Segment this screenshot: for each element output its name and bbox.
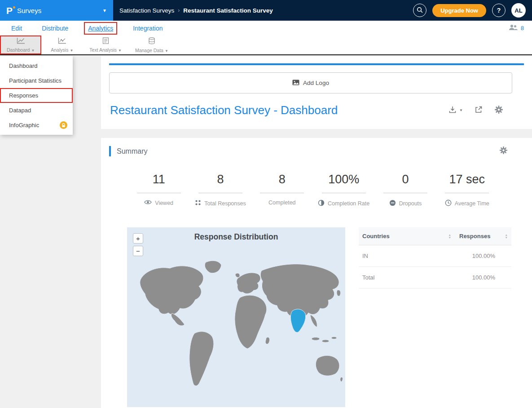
- toolbar-manage-data-menu[interactable]: Manage Data▼: [128, 35, 175, 54]
- download-button[interactable]: ▼: [448, 106, 463, 115]
- title-row: Restaurant Satisfaction Survey - Dashboa…: [109, 103, 524, 117]
- avatar[interactable]: AL: [511, 3, 526, 18]
- product-switcher[interactable]: P Surveys ▼: [0, 0, 113, 21]
- stat-viewed: 11 Viewed: [128, 173, 189, 208]
- summary-settings-button[interactable]: [499, 146, 524, 156]
- stat-label-row: Average Time: [436, 200, 498, 208]
- search-button[interactable]: [413, 4, 426, 17]
- map-title: Response Distribution: [127, 227, 345, 242]
- stat-dropouts: 0 Dropouts: [374, 173, 436, 208]
- gear-icon: [499, 148, 508, 156]
- breadcrumb-separator-icon: ›: [178, 7, 180, 13]
- database-icon: [148, 37, 155, 46]
- download-icon: [448, 106, 457, 115]
- distribution-row: Response Distribution + −: [127, 227, 524, 407]
- countries-column-header[interactable]: Countries ▲▼: [362, 233, 459, 239]
- stat-value: 11: [137, 173, 181, 193]
- collaborators-icon: [509, 24, 518, 32]
- settings-button[interactable]: [494, 105, 503, 116]
- responses-cell: 100.00%: [472, 274, 495, 281]
- toolbar-analysis-label: Analysis▼: [51, 47, 73, 53]
- toolbar-dashboard-label: Dashboard▼: [7, 47, 35, 53]
- topbar-actions: Upgrade Now ? AL: [413, 3, 532, 18]
- gear-icon: [494, 105, 503, 116]
- summary-card: Summary 11 Viewed 8: [101, 138, 532, 408]
- minus-circle-icon: [389, 200, 396, 208]
- tab-analytics[interactable]: Analytics: [84, 22, 117, 35]
- stat-value: 8: [198, 173, 242, 193]
- image-icon: [292, 80, 299, 87]
- sort-icon[interactable]: ▲▼: [505, 234, 508, 239]
- toolbar-text-analysis-menu[interactable]: Text Analysis▼: [83, 35, 128, 54]
- line-chart-icon: [17, 37, 25, 46]
- stat-value: 8: [260, 173, 304, 193]
- toolbar-dashboard-menu[interactable]: Dashboard▼: [0, 35, 41, 54]
- upgrade-now-button[interactable]: Upgrade Now: [432, 4, 486, 17]
- breadcrumb-current: Restaurant Satisfaction Survey: [183, 7, 273, 14]
- questionpro-logo-icon: P: [6, 6, 13, 15]
- stat-total-responses: 8 Total Responses: [189, 173, 251, 208]
- table-row: Total 100.00%: [359, 267, 511, 288]
- page-title: Restaurant Satisfaction Survey - Dashboa…: [110, 103, 338, 117]
- toolbar-text-analysis-label: Text Analysis▼: [89, 47, 122, 53]
- menu-item-responses[interactable]: Responses: [0, 88, 73, 103]
- chevron-down-icon: ▼: [70, 49, 73, 53]
- analytics-toolbar: Dashboard▼ Analysis▼ Text Analysis▼ Mana…: [0, 35, 532, 55]
- responses-column-header[interactable]: Responses ▲▼: [459, 233, 508, 239]
- dashboard-header-card: Add Logo Restaurant Satisfaction Survey …: [101, 56, 532, 129]
- stat-completion-rate: 100% Completion Rate: [313, 173, 374, 208]
- dashboard-dropdown-menu: Dashboard Participant Statistics Respons…: [0, 56, 73, 135]
- breadcrumb-parent[interactable]: Satisfaction Surveys: [119, 7, 174, 14]
- chevron-down-icon: ▼: [31, 49, 35, 53]
- sort-icon[interactable]: ▲▼: [448, 234, 451, 239]
- table-row: IN 100.00%: [359, 245, 511, 267]
- collaborators-count: 8: [521, 25, 524, 31]
- product-name: Surveys: [17, 7, 41, 14]
- topbar: P Surveys ▼ Satisfaction Surveys › Resta…: [0, 0, 532, 21]
- country-cell: Total: [362, 274, 374, 281]
- stat-label-row: Total Responses: [189, 200, 251, 207]
- tab-edit[interactable]: Edit: [7, 22, 26, 35]
- responses-cell: 100.00%: [472, 253, 495, 259]
- stat-value: 100%: [322, 173, 366, 193]
- stat-label-row: Dropouts: [374, 200, 436, 208]
- clock-icon: [445, 200, 452, 208]
- toolbar-analysis-menu[interactable]: Analysis▼: [41, 35, 83, 54]
- countries-table-header: Countries ▲▼ Responses ▲▼: [359, 227, 511, 245]
- tab-integration[interactable]: Integration: [129, 22, 167, 35]
- collaborators[interactable]: 8: [509, 24, 532, 32]
- menu-item-datapad[interactable]: Datapad: [0, 103, 73, 118]
- country-cell: IN: [362, 253, 368, 259]
- analysis-chart-icon: [58, 37, 66, 46]
- title-actions: ▼: [448, 105, 519, 116]
- stat-value: 17 sec: [445, 173, 489, 193]
- half-circle-icon: [318, 200, 325, 208]
- chevron-down-icon: ▼: [118, 49, 122, 53]
- world-map[interactable]: [127, 253, 345, 401]
- stat-value: 0: [383, 173, 427, 193]
- map-country-india: [290, 309, 305, 333]
- menu-item-dashboard[interactable]: Dashboard: [0, 58, 73, 73]
- premium-lock-icon: [60, 121, 67, 129]
- summary-title: Summary: [117, 147, 147, 155]
- response-distribution-map[interactable]: Response Distribution + −: [127, 227, 345, 407]
- dots-grid-icon: [195, 200, 201, 207]
- survey-nav-tabs: Edit Distribute Analytics Integration 8: [0, 21, 532, 35]
- menu-item-infographic[interactable]: InfoGraphic: [0, 118, 73, 133]
- document-lines-icon: [102, 37, 109, 46]
- accent-bar: [109, 146, 111, 156]
- stat-completed: 8 Completed: [251, 173, 313, 208]
- add-logo-button[interactable]: Add Logo: [109, 72, 512, 93]
- zoom-in-button[interactable]: +: [133, 233, 143, 244]
- tab-distribute[interactable]: Distribute: [38, 22, 72, 35]
- help-button[interactable]: ?: [492, 4, 506, 17]
- menu-item-participant-statistics[interactable]: Participant Statistics: [0, 73, 73, 88]
- share-button[interactable]: [475, 106, 483, 115]
- summary-stats: 11 Viewed 8 Total Responses 8: [128, 173, 498, 208]
- stat-label-row: Completed: [251, 200, 313, 206]
- main-content: Add Logo Restaurant Satisfaction Survey …: [101, 56, 532, 408]
- search-icon: [417, 7, 423, 14]
- chevron-down-icon[interactable]: ▼: [102, 8, 107, 13]
- eye-icon: [144, 200, 152, 206]
- chevron-down-icon: ▼: [459, 108, 463, 112]
